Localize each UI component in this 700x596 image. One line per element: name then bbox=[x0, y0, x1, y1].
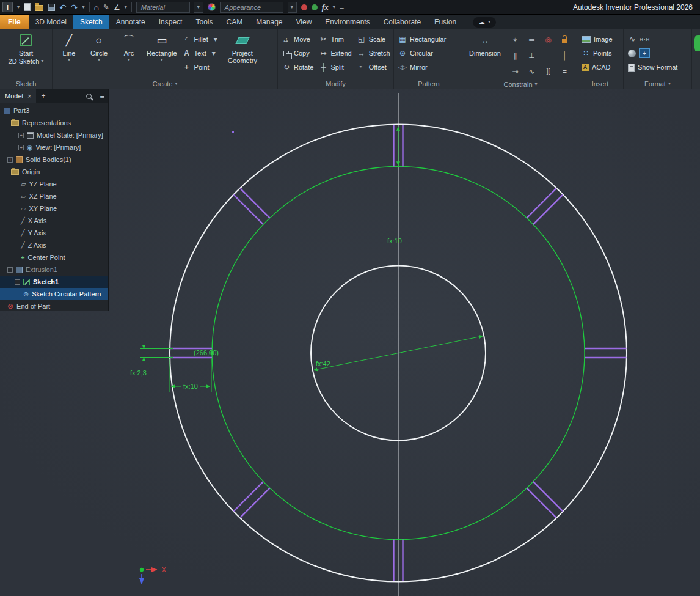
undo-icon[interactable] bbox=[59, 3, 67, 12]
redo-icon[interactable] bbox=[71, 3, 78, 12]
tangent-constraint-button[interactable] bbox=[507, 64, 523, 79]
tree-item-x-axis[interactable]: X Axis bbox=[0, 215, 108, 227]
inventor-app-icon[interactable]: I bbox=[2, 2, 13, 12]
perpendicular-constraint-button[interactable] bbox=[523, 48, 540, 64]
material-combo[interactable]: Material bbox=[136, 2, 190, 13]
tree-item-sketch1[interactable]: − Sketch1 bbox=[0, 276, 108, 288]
sphere-icon[interactable] bbox=[628, 50, 636, 57]
image-button[interactable]: Image bbox=[582, 33, 613, 45]
panel-label-constrain[interactable]: Constrain bbox=[464, 79, 577, 89]
symmetric-constraint-button[interactable] bbox=[540, 64, 556, 79]
expand-toggle-icon[interactable]: + bbox=[18, 145, 24, 150]
tab-view[interactable]: View bbox=[290, 15, 319, 29]
rectangle-button[interactable]: Rectangle bbox=[147, 32, 177, 78]
start-2d-sketch-button[interactable]: Start 2D Sketch bbox=[9, 32, 44, 78]
tab-cam[interactable]: CAM bbox=[219, 15, 249, 29]
tab-collaborate[interactable]: Collaborate bbox=[377, 15, 428, 29]
appearance-combo[interactable]: Appearance bbox=[220, 2, 283, 13]
coincident-constraint-button[interactable] bbox=[507, 32, 523, 48]
tab-file[interactable]: File bbox=[0, 15, 29, 29]
measure-icon[interactable] bbox=[114, 4, 120, 11]
collapse-toggle-icon[interactable]: − bbox=[15, 279, 20, 285]
rotate-button[interactable]: Rotate bbox=[282, 61, 313, 73]
close-browser-tab-icon[interactable]: × bbox=[27, 92, 31, 100]
fix-constraint-button[interactable] bbox=[556, 32, 573, 48]
reference-dimension-text[interactable]: (266,00) bbox=[194, 349, 219, 356]
tab-3d-model[interactable]: 3D Model bbox=[29, 15, 73, 29]
color-wheel-icon[interactable] bbox=[208, 3, 216, 11]
browser-menu-icon[interactable] bbox=[100, 92, 104, 100]
tree-item-xz-plane[interactable]: XZ Plane bbox=[0, 190, 108, 202]
point-button[interactable]: Point bbox=[183, 61, 220, 73]
tab-fusion[interactable]: Fusion bbox=[428, 15, 463, 29]
hatch-icon[interactable] bbox=[640, 37, 649, 42]
acad-button[interactable]: ACAD bbox=[582, 61, 613, 73]
panel-label-pattern[interactable]: Pattern bbox=[394, 78, 464, 89]
slot[interactable] bbox=[234, 188, 270, 224]
horizontal-constraint-button[interactable] bbox=[540, 48, 556, 64]
new-file-icon[interactable] bbox=[24, 3, 31, 11]
tab-inspect[interactable]: Inspect bbox=[152, 15, 189, 29]
appearance-combo-caret[interactable]: ▾ bbox=[288, 2, 297, 13]
appearance-adjust-icon[interactable] bbox=[312, 4, 318, 10]
offset-button[interactable]: Offset bbox=[357, 61, 390, 73]
cloud-status-button[interactable] bbox=[473, 17, 496, 28]
tree-item-view[interactable]: + View: [Primary] bbox=[0, 141, 108, 153]
rectangular-pattern-button[interactable]: Rectangular bbox=[398, 33, 446, 45]
arc-button[interactable]: Arc bbox=[117, 32, 141, 78]
copy-button[interactable]: Copy bbox=[282, 47, 313, 59]
parameters-caret-icon[interactable] bbox=[333, 5, 335, 10]
browser-tab-model[interactable]: Model × bbox=[0, 89, 36, 103]
show-format-button[interactable]: Show Format bbox=[628, 61, 677, 73]
material-adjust-icon[interactable] bbox=[301, 4, 307, 10]
line-button[interactable]: Line bbox=[57, 32, 81, 78]
home-icon[interactable] bbox=[94, 3, 99, 12]
open-file-icon[interactable] bbox=[35, 5, 43, 11]
circular-pattern-button[interactable]: Circular bbox=[398, 47, 446, 59]
text-button[interactable]: Text bbox=[183, 47, 220, 59]
parallel-constraint-button[interactable] bbox=[507, 48, 523, 64]
stretch-button[interactable]: Stretch bbox=[357, 47, 390, 59]
tree-item-sketch-circular-pattern[interactable]: Sketch Circular Pattern bbox=[0, 288, 108, 300]
panel-label-insert[interactable]: Insert bbox=[577, 78, 623, 89]
app-menu-caret-icon[interactable] bbox=[17, 5, 20, 10]
expand-toggle-icon[interactable]: + bbox=[7, 157, 13, 163]
save-icon[interactable] bbox=[48, 4, 55, 11]
tree-item-solid-bodies[interactable]: + Solid Bodies(1) bbox=[0, 153, 108, 166]
slot[interactable] bbox=[527, 482, 563, 518]
tab-environments[interactable]: Environments bbox=[318, 15, 376, 29]
circle-button[interactable]: Circle bbox=[87, 32, 111, 78]
vertical-constraint-button[interactable] bbox=[556, 48, 573, 64]
collinear-constraint-button[interactable] bbox=[523, 32, 540, 48]
tree-item-center-point[interactable]: Center Point bbox=[0, 251, 108, 263]
tab-manage[interactable]: Manage bbox=[249, 15, 289, 29]
redo-caret-icon[interactable] bbox=[82, 5, 84, 10]
split-button[interactable]: Split bbox=[319, 61, 351, 73]
tree-item-representations[interactable]: Representations bbox=[0, 117, 108, 129]
options-icon[interactable] bbox=[340, 3, 345, 11]
tree-item-part[interactable]: Part3 bbox=[0, 105, 108, 117]
add-browser-tab-icon[interactable]: + bbox=[41, 92, 45, 100]
tab-sketch[interactable]: Sketch bbox=[73, 15, 109, 29]
tree-item-extrusion[interactable]: − Extrusion1 bbox=[0, 263, 108, 276]
panel-label-create[interactable]: Create bbox=[53, 78, 277, 89]
points-button[interactable]: Points bbox=[582, 47, 613, 59]
tools-caret-icon[interactable] bbox=[125, 5, 127, 10]
tab-tools[interactable]: Tools bbox=[189, 15, 219, 29]
expand-toggle-icon[interactable]: + bbox=[18, 133, 24, 138]
tree-item-y-axis[interactable]: Y Axis bbox=[0, 227, 108, 239]
material-combo-caret[interactable]: ▾ bbox=[194, 2, 203, 13]
fillet-button[interactable]: Fillet bbox=[183, 33, 220, 45]
panel-label-modify[interactable]: Modify bbox=[278, 78, 393, 89]
mirror-button[interactable]: Mirror bbox=[398, 61, 446, 73]
finish-sketch-button-partial[interactable] bbox=[694, 35, 700, 51]
dimension-button[interactable]: ↔ Dimension bbox=[468, 32, 501, 79]
trim-button[interactable]: Trim bbox=[319, 33, 351, 45]
move-button[interactable]: Move bbox=[282, 33, 313, 45]
tree-item-end-of-part[interactable]: End of Part bbox=[0, 300, 108, 312]
extend-button[interactable]: Extend bbox=[319, 47, 351, 59]
sketch-edit-icon[interactable] bbox=[103, 4, 109, 11]
tree-item-yz-plane[interactable]: YZ Plane bbox=[0, 178, 108, 190]
slot-width-dimension-text[interactable]: fx:2,3 bbox=[130, 369, 147, 377]
panel-label-format[interactable]: Format bbox=[624, 78, 691, 89]
